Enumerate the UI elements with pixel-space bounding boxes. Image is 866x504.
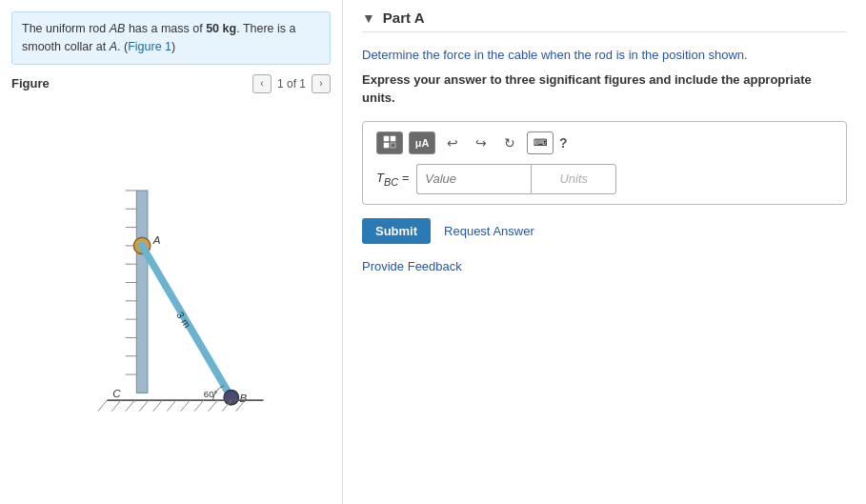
- answer-box: μA ↩ ↪ ↻ ⌨ ? TBC = Units: [362, 121, 847, 205]
- left-panel: The uniform rod AB has a mass of 50 kg. …: [0, 0, 343, 504]
- equation-label: TBC =: [376, 171, 409, 188]
- refresh-icon: ↻: [504, 135, 515, 151]
- svg-line-24: [208, 400, 217, 412]
- angle-label: 60°: [203, 389, 217, 399]
- figure-diagram: A B 3 m C: [67, 163, 276, 430]
- matrix-button[interactable]: [376, 131, 403, 154]
- subscript-label: BC: [384, 175, 398, 187]
- svg-rect-29: [384, 136, 389, 141]
- figure-canvas: A B 3 m C: [11, 101, 331, 494]
- svg-rect-0: [136, 191, 148, 393]
- svg-rect-32: [391, 143, 395, 148]
- provide-feedback-link[interactable]: Provide Feedback: [362, 259, 847, 273]
- svg-rect-31: [384, 143, 389, 148]
- help-button[interactable]: ?: [559, 135, 568, 151]
- svg-line-20: [152, 400, 162, 412]
- matrix-svg: [383, 135, 396, 149]
- svg-line-17: [111, 400, 121, 412]
- figure-link[interactable]: Figure 1: [128, 40, 171, 53]
- request-answer-link[interactable]: Request Answer: [444, 224, 534, 238]
- problem-statement: The uniform rod AB has a mass of 50 kg. …: [11, 11, 331, 65]
- figure-nav: ‹ 1 of 1 ›: [252, 74, 331, 93]
- label-a: A: [151, 234, 160, 246]
- figure-page: 1 of 1: [277, 77, 306, 91]
- part-arrow-icon[interactable]: ▼: [362, 10, 375, 26]
- svg-line-22: [180, 400, 190, 412]
- undo-button[interactable]: ↩: [441, 131, 464, 154]
- input-row: TBC = Units: [376, 164, 833, 194]
- refresh-button[interactable]: ↻: [498, 131, 521, 154]
- units-label: Units: [559, 171, 588, 186]
- figure-header: Figure ‹ 1 of 1 ›: [11, 74, 331, 93]
- redo-icon: ↪: [475, 135, 487, 151]
- toolbar: μA ↩ ↪ ↻ ⌨ ?: [376, 131, 833, 154]
- value-input[interactable]: [416, 164, 531, 194]
- matrix-icon: [383, 135, 396, 151]
- label-c: C: [112, 388, 121, 399]
- part-header: ▼ Part A: [362, 10, 847, 32]
- part-title: Part A: [383, 10, 425, 26]
- undo-icon: ↩: [447, 135, 458, 151]
- question-text: Determine the force in the cable when th…: [362, 46, 847, 65]
- svg-rect-30: [391, 136, 395, 141]
- instruction-text: Express your answer to three significant…: [362, 71, 847, 108]
- next-figure-button[interactable]: ›: [312, 74, 331, 93]
- right-panel: ▼ Part A Determine the force in the cabl…: [343, 0, 866, 504]
- svg-line-16: [97, 400, 107, 412]
- svg-line-19: [139, 400, 149, 412]
- units-display[interactable]: Units: [531, 164, 616, 194]
- keyboard-icon: ⌨: [534, 137, 547, 148]
- action-row: Submit Request Answer: [362, 218, 847, 244]
- keyboard-button[interactable]: ⌨: [527, 131, 554, 154]
- equals-sign: =: [402, 171, 410, 185]
- mu-label: μA: [415, 137, 430, 149]
- prev-figure-button[interactable]: ‹: [252, 74, 272, 93]
- svg-line-23: [194, 400, 204, 412]
- mu-button[interactable]: μA: [409, 131, 435, 154]
- redo-button[interactable]: ↪: [470, 131, 493, 154]
- figure-section: Figure ‹ 1 of 1 ›: [11, 74, 331, 494]
- svg-line-18: [125, 400, 134, 412]
- figure-title: Figure: [11, 76, 50, 91]
- submit-button[interactable]: Submit: [362, 218, 431, 244]
- svg-line-21: [167, 400, 176, 412]
